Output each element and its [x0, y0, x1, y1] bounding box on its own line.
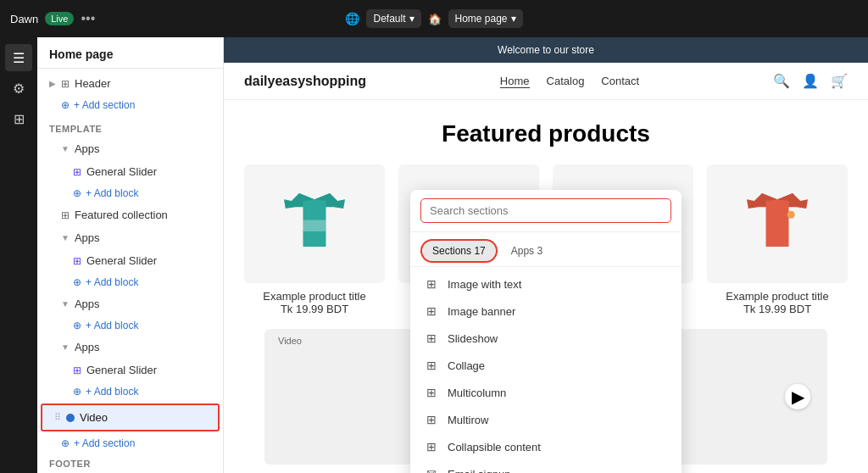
plus-icon-1: ⊕: [61, 99, 70, 111]
nav-catalog[interactable]: Catalog: [547, 75, 585, 87]
default-select[interactable]: Default ▾: [366, 9, 420, 28]
sidebar-icon-settings[interactable]: ⚙: [5, 75, 32, 102]
search-input[interactable]: [420, 198, 671, 223]
item-icon: ⊞: [424, 413, 439, 426]
item-icon: ⊞: [424, 304, 439, 318]
main-layout: ☰ ⚙ ⊞ Home page ▶ ⊞ Header ⊕ + Add secti…: [0, 37, 868, 473]
panel-title: Home page: [37, 37, 223, 69]
drag-handle-icon: ⠿: [54, 412, 61, 423]
search-container: [410, 190, 682, 232]
cart-icon[interactable]: 🛒: [831, 73, 848, 89]
list-item[interactable]: ⊞ Image with text: [410, 270, 682, 298]
home-icon: 🏠: [428, 13, 442, 25]
homepage-select[interactable]: Home page ▾: [448, 9, 523, 28]
svg-rect-3: [303, 220, 326, 232]
sections-dropdown: Sections 17 Apps 3 ⊞ Image with text ⊞ I…: [410, 190, 682, 473]
top-bar-left: Dawn Live •••: [10, 11, 335, 26]
account-icon[interactable]: 👤: [802, 73, 819, 89]
nav-home[interactable]: Home: [500, 75, 530, 88]
plus-icon-6: ⊕: [61, 437, 70, 449]
plus-icon-3: ⊕: [73, 276, 81, 288]
slider-icon-2: ⊞: [73, 255, 81, 267]
top-bar-center: 🌐 Default ▾ 🏠 Home page ▾: [345, 9, 522, 28]
store-topbar-text: Welcome to our store: [498, 44, 594, 56]
slider-icon-4: ⊞: [73, 364, 81, 376]
product-image: [244, 164, 385, 283]
list-item[interactable]: ⊞ Multicolumn: [410, 379, 682, 406]
live-badge: Live: [45, 12, 74, 25]
item-icon: ⊞: [424, 277, 439, 291]
top-bar: Dawn Live ••• 🌐 Default ▾ 🏠 Home page ▾: [0, 0, 868, 37]
general-slider-2[interactable]: ⊞ General Slider: [37, 249, 223, 272]
item-icon: ⊞: [424, 386, 439, 399]
add-block-button-4[interactable]: ⊕ + Add block: [37, 381, 223, 402]
item-icon: ⊞: [424, 359, 439, 372]
product-title: Example product title: [707, 290, 848, 303]
video-item[interactable]: ⠿ Video: [41, 403, 220, 431]
sidebar-icon-layers[interactable]: ☰: [5, 44, 32, 71]
product-card: Example product title Tk 19.99 BDT: [244, 164, 385, 315]
add-block-button-3[interactable]: ⊕ + Add block: [37, 315, 223, 336]
apps3-expand-icon: ▼: [61, 299, 70, 309]
list-item[interactable]: ⊞ Multirow: [410, 406, 682, 433]
featured-collection-item[interactable]: ⊞ Featured collection: [37, 203, 223, 226]
plus-icon-5: ⊕: [73, 386, 81, 398]
apps2-expand-icon: ▼: [61, 233, 70, 242]
more-options-button[interactable]: •••: [81, 11, 95, 26]
product-price: Tk 19.99 BDT: [244, 303, 385, 315]
play-button[interactable]: ▶: [785, 384, 810, 409]
svg-point-14: [787, 211, 795, 219]
featured-products-title: Featured products: [244, 120, 848, 147]
add-section-button-2[interactable]: ⊕ + Add section: [37, 433, 223, 454]
apps-group-1[interactable]: ▼ Apps: [37, 137, 223, 160]
list-item[interactable]: ⊞ Image banner: [410, 298, 682, 325]
canvas-area: Welcome to our store dailyeasyshopping H…: [224, 37, 868, 473]
apps4-expand-icon: ▼: [61, 342, 70, 352]
list-item[interactable]: ⊞ Collage: [410, 352, 682, 379]
header-item[interactable]: ▶ ⊞ Header: [37, 72, 223, 95]
globe-icon: 🌐: [345, 12, 359, 25]
video-section-label: Video: [278, 336, 302, 346]
item-icon: ⊞: [424, 440, 439, 454]
list-item[interactable]: ⊞ Collapsible content: [410, 433, 682, 460]
product-price: Tk 19.99 BDT: [707, 303, 848, 315]
list-item[interactable]: ✉ Email signup: [410, 460, 682, 473]
product-card: Example product title Tk 19.99 BDT: [707, 164, 848, 315]
nav-contact[interactable]: Contact: [601, 75, 639, 87]
expand-arrow-icon: ▶: [49, 79, 56, 88]
store-nav-icons: 🔍 👤 🛒: [773, 73, 848, 89]
general-slider-1[interactable]: ⊞ General Slider: [37, 160, 223, 183]
store-topbar: Welcome to our store: [224, 37, 868, 63]
apps-group-3[interactable]: ▼ Apps: [37, 292, 223, 315]
slider-icon-1: ⊞: [73, 166, 81, 178]
search-icon[interactable]: 🔍: [773, 73, 790, 89]
left-panel: Home page ▶ ⊞ Header ⊕ + Add section Tem…: [37, 37, 224, 473]
video-blue-dot: [66, 414, 75, 422]
footer-section-label: Footer: [37, 454, 223, 472]
store-name: Dawn: [10, 13, 38, 25]
add-block-button-1[interactable]: ⊕ + Add block: [37, 183, 223, 203]
icon-sidebar: ☰ ⚙ ⊞: [0, 37, 37, 473]
apps-tab[interactable]: Apps 3: [501, 239, 553, 263]
video-item-label: Video: [80, 411, 108, 424]
plus-icon-2: ⊕: [73, 187, 81, 199]
add-section-button-1[interactable]: ⊕ + Add section: [37, 95, 223, 115]
header-section: ▶ ⊞ Header ⊕ + Add section: [37, 69, 223, 119]
add-block-button-2[interactable]: ⊕ + Add block: [37, 272, 223, 292]
dropdown-tabs: Sections 17 Apps 3: [410, 232, 682, 267]
dropdown-list: ⊞ Image with text ⊞ Image banner ⊞ Slide…: [410, 267, 682, 473]
sidebar-icon-apps[interactable]: ⊞: [5, 105, 32, 132]
store-nav: dailyeasyshopping Home Catalog Contact 🔍…: [224, 63, 868, 100]
header-grid-icon: ⊞: [61, 78, 70, 90]
store-logo: dailyeasyshopping: [244, 74, 366, 89]
sections-tab[interactable]: Sections 17: [420, 239, 498, 263]
general-slider-4[interactable]: ⊞ General Slider: [37, 359, 223, 381]
apps-group-2[interactable]: ▼ Apps: [37, 226, 223, 249]
product-image: [707, 164, 848, 283]
featured-grid-icon: ⊞: [61, 209, 70, 221]
apps-expand-icon: ▼: [61, 144, 70, 153]
item-icon: ✉: [424, 467, 439, 473]
list-item[interactable]: ⊞ Slideshow: [410, 325, 682, 352]
apps-group-4[interactable]: ▼ Apps: [37, 336, 223, 359]
product-title: Example product title: [244, 290, 385, 303]
